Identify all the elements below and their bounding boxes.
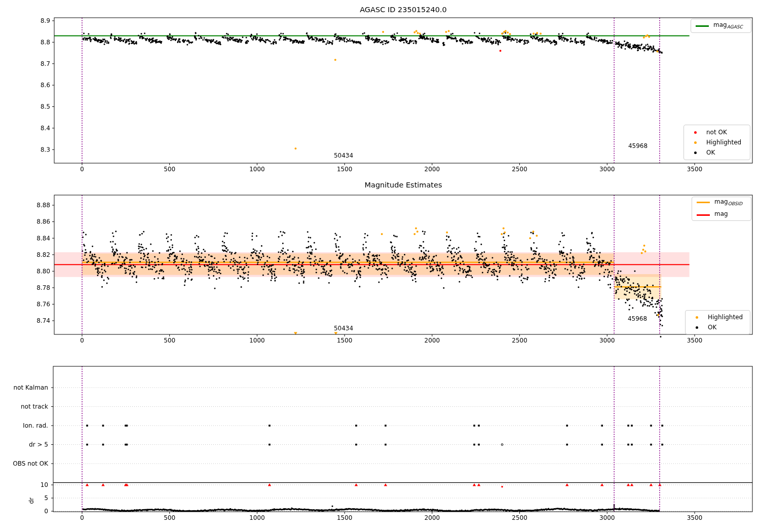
legend-row-ok: OK	[689, 148, 745, 157]
annotation-obsid-45968-plot2: 45968	[628, 315, 647, 322]
highlighted-dot-icon	[690, 313, 703, 321]
legend-row-highlighted-2: Highlighted	[690, 313, 745, 321]
mag-obsid-line-sample	[697, 202, 710, 203]
ok-dot-icon	[689, 148, 702, 157]
figure: { "figure": {"width_px": 1500, "height_p…	[0, 0, 760, 532]
plot2-title: Magnitude Estimates	[364, 181, 442, 189]
mag-line-sample	[697, 214, 710, 216]
highlighted-dot-icon	[689, 138, 702, 146]
mag-agasc-label: magAGASC	[713, 21, 743, 31]
plot2-points-legend: Highlighted OK	[685, 310, 750, 334]
legend-row-not-ok: not OK	[689, 128, 745, 136]
plot1-points-legend: not OK Highlighted OK	[683, 125, 750, 160]
ok-label: OK	[708, 323, 716, 331]
legend-row-highlighted: Highlighted	[689, 138, 745, 146]
mag-lines-legend: magOBSID mag	[692, 197, 751, 221]
legend-row-mag-obsid: magOBSID	[697, 198, 746, 208]
not-ok-label: not OK	[706, 128, 727, 136]
plots-canvas	[0, 0, 760, 532]
ok-dot-icon	[690, 323, 703, 331]
not-ok-dot-icon	[689, 128, 702, 136]
mag-agasc-line-sample	[696, 25, 709, 27]
annotation-obsid-45968-plot1: 45968	[628, 142, 648, 149]
ok-label: OK	[706, 148, 715, 157]
legend-row-ok-2: OK	[690, 323, 745, 331]
mag-obsid-label: magOBSID	[714, 198, 742, 208]
annotation-obsid-50434-plot2: 50434	[334, 325, 353, 332]
annotation-obsid-50434-plot1: 50434	[334, 152, 353, 159]
highlighted-label: Highlighted	[708, 313, 743, 321]
plot1-title: AGASC ID 235015240.0	[360, 6, 447, 14]
mag-label: mag	[714, 210, 728, 220]
legend-row-mag: mag	[697, 210, 746, 220]
highlighted-label: Highlighted	[706, 138, 741, 146]
mag-agasc-legend: magAGASC	[691, 19, 751, 33]
legend-row-mag-agasc: magAGASC	[696, 21, 746, 31]
